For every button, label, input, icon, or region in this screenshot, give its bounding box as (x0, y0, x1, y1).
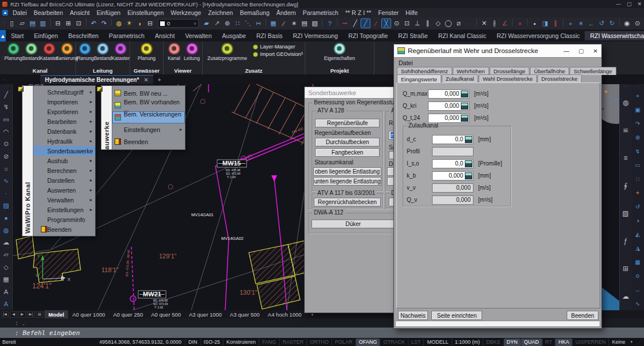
value-input[interactable]: 0,000 (428, 114, 469, 123)
ribbon-tab[interactable]: Verwalten (180, 31, 217, 40)
oben-entlastung-button[interactable]: oben liegende Entlastung (313, 167, 381, 176)
minimize-button[interactable]: — (616, 1, 621, 7)
erase-icon[interactable]: × (515, 18, 525, 28)
dialog-tab[interactable]: Eingangswerte (397, 74, 441, 83)
toolbar-icon[interactable] (266, 18, 266, 26)
expression-icon[interactable]: ƒ (620, 227, 631, 255)
open-file-icon[interactable]: ▱ (17, 18, 27, 28)
document-tab[interactable]: Hydrodynamische Berechnungen* ✕ (40, 75, 153, 84)
status-toggle[interactable]: POLAR (331, 339, 355, 346)
polygon-tool-icon[interactable]: ◇ (0, 261, 12, 273)
nachweis-button[interactable]: Nachweis (398, 311, 428, 320)
ribbon-tab[interactable]: RZI Straße (393, 31, 433, 40)
value-input[interactable]: 0,000 (432, 183, 473, 193)
light-icon[interactable]: ◍ (620, 89, 631, 116)
menu-item[interactable]: Datenbank (33, 126, 95, 136)
ellipse-tool-icon[interactable]: ⊘ (0, 151, 12, 163)
circle-icon[interactable]: ⊙ (392, 18, 401, 28)
text-tool-icon[interactable]: A (0, 285, 12, 298)
copy-icon[interactable]: ▣ (631, 103, 644, 116)
toolbar-icon[interactable] (563, 18, 563, 26)
zoom-previous-icon[interactable]: ↻ (607, 18, 617, 28)
dialog-tab[interactable]: Schwellenlänge (570, 67, 616, 75)
seite-einrichten-button[interactable]: Seite einrichten (431, 311, 482, 320)
layout-tab[interactable]: A3 quer 1000 (185, 310, 226, 318)
zoom-dynamic-icon[interactable]: ↺ (597, 18, 607, 28)
menubar-item[interactable]: Hilfe (402, 9, 421, 16)
leitung-bestand-button[interactable]: Bestand (95, 43, 111, 61)
hatch-tool-icon[interactable]: ▨ (0, 200, 12, 212)
menu-item[interactable]: Bem. BW vorhanden ... (112, 99, 185, 111)
toolbar-icon[interactable] (337, 18, 338, 26)
ray-icon[interactable]: ∕ (371, 18, 381, 28)
layout-tab[interactable]: A0 quer 250 (109, 310, 147, 318)
calc-button[interactable] (461, 115, 468, 122)
text-style-tool-icon[interactable]: A (0, 298, 12, 310)
regen-icon[interactable]: ∗ (576, 18, 586, 28)
dialog-tab[interactable]: Wehrhöhen (453, 67, 489, 75)
stretch-icon[interactable]: ↔ (631, 283, 644, 296)
menu-item[interactable]: Importieren (33, 97, 95, 107)
drawing-explorer-icon[interactable]: ▦ (268, 18, 278, 28)
batch-plot-icon[interactable]: ⊞ (63, 18, 73, 28)
import-geovision-button[interactable]: Import GEOvision³ (253, 51, 302, 57)
menu-item[interactable]: Schnellzugriff (33, 87, 95, 97)
value-input[interactable]: 0,000 (432, 195, 473, 205)
delete-icon[interactable]: ✕ (479, 18, 489, 28)
layer-manager-button[interactable]: Layer-Manager (253, 44, 302, 50)
status-toggle[interactable]: HKA (555, 339, 572, 346)
layers-icon[interactable]: ≡ (620, 144, 631, 172)
panelize-icon[interactable]: ▭ (631, 158, 644, 172)
close-button[interactable]: ✕ (637, 1, 642, 7)
flag-icon[interactable]: ▪ (530, 18, 540, 28)
donut-icon[interactable]: ◯ (444, 18, 453, 28)
dialog-tab[interactable]: Wahl Drosselstrecke (479, 74, 537, 83)
save-icon[interactable]: ▤ (28, 18, 37, 28)
beenden-button[interactable]: Beenden (567, 311, 598, 320)
palette-grip[interactable]: ⋯ (636, 84, 640, 89)
plot-icon[interactable]: ⊟ (53, 18, 63, 28)
calc-button[interactable] (461, 103, 468, 110)
toolbar-icon[interactable] (50, 18, 51, 26)
value-input[interactable]: 0,0 (432, 159, 473, 168)
dialog-maximize-button[interactable]: ▢ (578, 48, 584, 54)
group-select-icon[interactable]: ∷ (233, 18, 243, 28)
picker-icon[interactable]: ↯ (631, 144, 644, 158)
menu-item[interactable]: Bem. BW neu ... (112, 87, 185, 99)
regenrueckhaltebecken-button[interactable]: Regenrückhaltebecken (314, 198, 381, 206)
bricscad-icon[interactable]: ▲ (2, 10, 8, 16)
menubar-item[interactable]: Einfügen (93, 9, 124, 16)
leitung-kataster-button[interactable]: Kataster (113, 43, 128, 61)
menu-pin-icon[interactable] (18, 86, 24, 92)
table-tool-icon[interactable]: ▦ (0, 273, 12, 285)
redo-icon[interactable]: ↷ (99, 18, 109, 28)
columns-icon[interactable]: ∥ (551, 18, 560, 28)
menu-item[interactable]: Bearbeiten (33, 116, 95, 126)
fillet-icon[interactable]: ↷ (631, 116, 644, 130)
status-toggle[interactable]: ORTHO (306, 339, 331, 346)
menu-item[interactable]: Darstellen (33, 175, 95, 185)
menubar-item[interactable]: Ändern (273, 9, 300, 16)
toolbar-icon[interactable] (512, 18, 513, 26)
status-toggle[interactable]: DYN (503, 339, 521, 346)
ribbon-tab[interactable]: Ausgabe (217, 31, 251, 40)
gradient-tool-icon[interactable]: ◍ (0, 224, 12, 236)
zusatzprogramme-button[interactable]: Zusatzprogramme (204, 43, 249, 61)
viewer-leitung-button[interactable]: Leitung (184, 43, 200, 61)
menu-item[interactable]: Hydraulik (33, 136, 95, 146)
menubar-item[interactable]: ** R Z I ** (342, 9, 374, 16)
regenueberlaeufe-button[interactable]: Regenüberläufe (315, 119, 380, 127)
layer-plot-icon[interactable]: ⊟ (145, 18, 155, 28)
ungroup-icon[interactable]: ⋱ (243, 18, 253, 28)
unten-entlastung-button[interactable]: unten liegende Entlastung (313, 177, 381, 186)
calc-button[interactable] (461, 91, 468, 97)
attachments-icon[interactable]: ∮ (620, 172, 631, 200)
break-icon[interactable]: ∦ (490, 18, 499, 28)
circle-tool-icon[interactable]: ⊙ (0, 138, 12, 150)
menu-item[interactable]: Beenden (112, 136, 185, 148)
polygon-icon[interactable]: ◇ (433, 18, 443, 28)
grab-icon[interactable]: ◉ (622, 18, 632, 28)
brush-icon[interactable]: ⊕ (631, 130, 644, 144)
durchlaufbecken-button[interactable]: Durchlaufbecken (315, 138, 380, 146)
dueker-button[interactable]: Düker (312, 220, 395, 228)
